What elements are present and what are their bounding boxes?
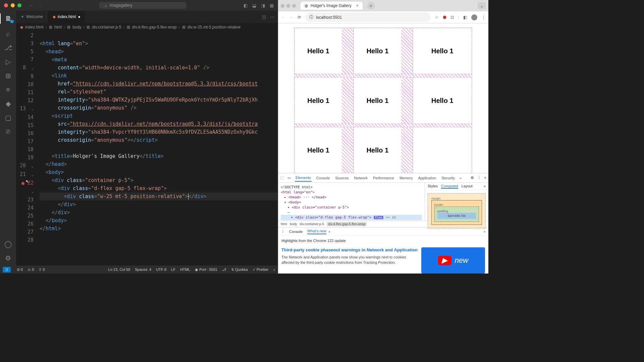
encoding[interactable]: UTF-8 xyxy=(156,267,166,272)
drawer-menu-icon[interactable]: ⋮ xyxy=(281,230,284,234)
reload-icon[interactable]: ⟳ xyxy=(298,15,301,20)
gallery-cell: Hello 1 xyxy=(354,28,413,74)
back-icon[interactable]: ← xyxy=(281,15,285,20)
bookmark-icon[interactable]: ☆ xyxy=(435,15,439,20)
list-icon[interactable]: ≡ xyxy=(6,86,10,94)
browser-tabstrip: ◍ Holger's Image Gallery × + ⌄ xyxy=(278,0,488,11)
tab-layout[interactable]: Layout xyxy=(462,184,473,189)
split-editor-icon[interactable]: ◫ xyxy=(262,14,266,19)
tabs-menu-icon[interactable]: ⌄ xyxy=(478,2,486,9)
page-viewport: Hello 1 Hello 1 Hello 1 Hello 1 Hello 1 … xyxy=(278,23,488,173)
highlights-label: Highlights from the Chrome 122 update xyxy=(281,239,485,243)
menu-icon[interactable]: ⋮ xyxy=(481,15,486,20)
gallery-cell: Hello 1 xyxy=(294,77,354,124)
gallery-cell xyxy=(413,127,472,173)
tab-network[interactable]: Network xyxy=(354,175,368,181)
shield-icon[interactable]: ⬢ xyxy=(443,15,446,20)
tab-index[interactable]: ◆index.html● xyxy=(48,11,86,23)
panel-bottom-icon[interactable]: ⬓ xyxy=(252,3,256,8)
scm-icon[interactable]: ⎇ xyxy=(4,44,12,52)
gallery-cell: Hello 1 xyxy=(294,28,354,74)
kebab-icon[interactable]: ⋮ xyxy=(477,176,481,180)
prettier[interactable]: ✓ Prettier xyxy=(253,267,269,272)
tab-sources[interactable]: Sources xyxy=(334,175,349,181)
folder-icon[interactable]: ▢ xyxy=(5,114,11,122)
breadcrumb[interactable]: ◆index.html› ⊞html› ⊞body› ⊞div.containe… xyxy=(16,23,278,32)
nav-forward-icon[interactable]: → xyxy=(38,3,42,8)
browser-window-controls[interactable] xyxy=(281,4,296,8)
profile-icon[interactable] xyxy=(471,14,477,20)
panel-right-icon[interactable]: ◨ xyxy=(261,3,265,8)
debug-icon[interactable]: ▷ xyxy=(6,58,11,66)
close-devtools-icon[interactable]: × xyxy=(484,176,486,180)
globe-icon: ◍ xyxy=(305,3,308,8)
close-tab-icon[interactable]: × xyxy=(356,3,359,8)
ports[interactable]: ⇪ 0 xyxy=(39,267,45,272)
gear-icon[interactable]: ⚙ xyxy=(5,254,11,262)
new-tab-button[interactable]: + xyxy=(367,2,375,9)
drawer-tab-whatsnew[interactable]: What's new xyxy=(307,229,326,234)
more-tabs-icon[interactable]: » xyxy=(460,176,462,180)
quokka[interactable]: ↯ Quokka xyxy=(231,267,248,272)
status-bar: ⟩⟨ ⊘ 0 ⚠ 0 ⇪ 0 Ln 23, Col 50 Spaces: 4 U… xyxy=(0,265,278,274)
panel-left-icon[interactable]: ◧ xyxy=(244,3,248,8)
flex-container: Hello 1 Hello 1 Hello 1 Hello 1 Hello 1 … xyxy=(294,27,472,173)
drawer-tab-console[interactable]: Console xyxy=(289,230,303,234)
bell-icon[interactable]: ♪ xyxy=(273,267,275,272)
account-icon[interactable]: ◯ xyxy=(4,240,12,248)
git-icon[interactable]: ⎇ xyxy=(222,267,226,272)
search-icon[interactable]: ⌕ xyxy=(6,30,10,38)
dom-tree[interactable]: <!DOCTYPE html> <html lang="en"> ▸ <head… xyxy=(278,183,425,221)
inspect-icon[interactable]: ⬚ xyxy=(280,176,283,180)
chrome-window: ◍ Holger's Image Gallery × + ⌄ ← → ⟳ ⓘ l… xyxy=(278,0,488,274)
errors[interactable]: ⊘ 0 xyxy=(17,267,23,272)
window-controls[interactable] xyxy=(4,3,21,7)
tab-application[interactable]: Application xyxy=(418,175,437,181)
code-content[interactable]: <html lang="en"> <head> <meta content="w… xyxy=(40,32,278,265)
site-info-icon[interactable]: ⓘ xyxy=(309,14,313,20)
docker-icon[interactable]: ◆ xyxy=(6,100,11,108)
language[interactable]: HTML xyxy=(180,267,190,272)
layout-grid-icon[interactable]: ▦ xyxy=(270,3,274,8)
code-editor[interactable]: ↖ 2 3 5 7 8 ⌄9 10 11 12 13 ⌄14 15 16 17 … xyxy=(16,32,278,265)
tab-elements[interactable]: Elements xyxy=(295,174,312,182)
extensions-icon[interactable]: ⊞ xyxy=(5,72,11,80)
device-icon[interactable]: ▭ xyxy=(287,176,291,180)
more-icon[interactable]: ⋯ xyxy=(270,14,274,19)
browser-tab[interactable]: ◍ Holger's Image Gallery × xyxy=(301,2,363,10)
address-bar[interactable]: ⓘ localhost:5501 xyxy=(305,13,431,22)
eol[interactable]: LF xyxy=(171,267,175,272)
tab-welcome[interactable]: ✦Welcome xyxy=(16,11,48,23)
tab-security[interactable]: Security xyxy=(441,175,455,181)
remote-indicator[interactable]: ⟩⟨ xyxy=(3,267,11,273)
warnings[interactable]: ⚠ 0 xyxy=(28,267,34,272)
close-drawer-icon[interactable]: × xyxy=(484,230,486,234)
whatsnew-video[interactable]: ▶new xyxy=(421,247,485,274)
tab-memory[interactable]: Memory xyxy=(399,175,414,181)
devtools-drawer: ⋮ Console What's new × × Highlights from… xyxy=(278,227,488,274)
tab-console[interactable]: Console xyxy=(316,175,330,181)
sidepanel-icon[interactable]: ◧ xyxy=(463,15,467,20)
cursor-pos[interactable]: Ln 23, Col 50 xyxy=(108,267,130,272)
dom-breadcrumb[interactable]: html body div.container.p-5 div.d-flex.g… xyxy=(278,221,488,227)
styles-panel: Styles Computed Layout » margin border p… xyxy=(425,183,488,221)
gear-icon[interactable]: ⚙ xyxy=(471,176,474,180)
close-tab-icon[interactable]: × xyxy=(328,230,330,234)
explorer-icon[interactable]: 🗎1 xyxy=(0,13,16,24)
browser-toolbar: ← → ⟳ ⓘ localhost:5501 ☆ ⬢ ⊡ | ◧ ⋮ xyxy=(278,11,488,23)
indent[interactable]: Spaces: 4 xyxy=(135,267,151,272)
vscode-window: ← → ⌕ imagegallery ◧ ⬓ ◨ ▦ 🗎1 ⌕ ⎇ ▷ ⊞ ≡ … xyxy=(0,0,278,274)
tab-computed[interactable]: Computed xyxy=(441,184,458,189)
forward-icon[interactable]: → xyxy=(289,15,293,20)
live-port[interactable]: ◉ Port : 5501 xyxy=(195,267,217,272)
vscode-titlebar: ← → ⌕ imagegallery ◧ ⬓ ◨ ▦ xyxy=(0,0,278,11)
command-center[interactable]: ⌕ imagegallery xyxy=(99,2,186,9)
editor-tabs: ✦Welcome ◆index.html● ◫ ⋯ xyxy=(16,11,278,23)
gallery-cell: Hello 1 xyxy=(413,77,472,124)
extension-icon[interactable]: ⊡ xyxy=(450,15,454,20)
nav-back-icon[interactable]: ← xyxy=(29,3,33,8)
tab-performance[interactable]: Performance xyxy=(372,175,395,181)
more-styles-icon[interactable]: » xyxy=(484,184,486,189)
tab-styles[interactable]: Styles xyxy=(428,184,438,189)
remote-icon[interactable]: ⎚ xyxy=(6,128,10,135)
